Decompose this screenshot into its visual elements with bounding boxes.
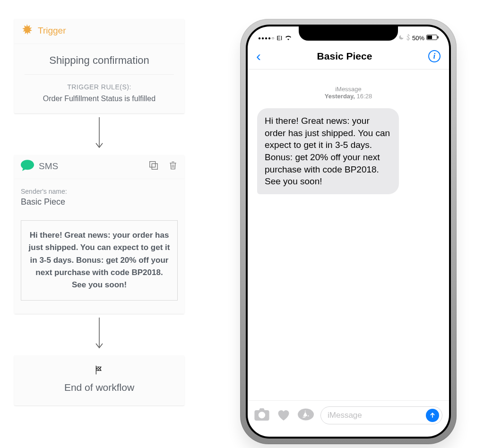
sms-card-body: Sender's name: Basic Piece Hi there! Gre… bbox=[14, 179, 184, 314]
conversation-area: iMessage Yesterday, 16:28 Hi there! Grea… bbox=[248, 69, 449, 400]
trigger-card[interactable]: Trigger Shipping confirmation TRIGGER RU… bbox=[14, 19, 184, 113]
phone-notch bbox=[299, 26, 398, 41]
sms-sender-label: Sender's name: bbox=[21, 188, 178, 195]
trigger-title-text: Shipping confirmation bbox=[14, 44, 184, 74]
arrow-down-icon bbox=[95, 117, 104, 151]
trigger-card-body: Shipping confirmation TRIGGER RULE(S): O… bbox=[14, 44, 184, 113]
trigger-rules-heading: TRIGGER RULE(S): bbox=[14, 83, 184, 91]
thread-service: iMessage bbox=[335, 86, 362, 93]
svg-rect-8 bbox=[99, 369, 100, 370]
end-label: End of workflow bbox=[14, 382, 184, 393]
trigger-rule-text: Order Fulfillment Status is fulfilled bbox=[14, 95, 184, 113]
phone-screen: ●●●●○ EI 15:26 50% bbox=[248, 26, 449, 437]
sms-header-label: SMS bbox=[39, 161, 148, 172]
duplicate-icon[interactable] bbox=[148, 160, 159, 172]
divider bbox=[25, 74, 174, 75]
end-card: End of workflow bbox=[14, 355, 184, 405]
incoming-message-bubble[interactable]: Hi there! Great news: your order has jus… bbox=[257, 108, 399, 194]
svg-rect-4 bbox=[97, 367, 98, 368]
sms-card-header: SMS bbox=[14, 155, 184, 179]
phone-preview-column: ●●●●○ EI 15:26 50% bbox=[227, 19, 470, 444]
sms-sender-name: Basic Piece bbox=[21, 197, 178, 207]
digital-touch-icon[interactable] bbox=[276, 408, 291, 423]
bluetooth-icon bbox=[406, 34, 410, 42]
sms-message-preview[interactable]: Hi there! Great news: your order has jus… bbox=[21, 220, 178, 301]
svg-rect-5 bbox=[99, 367, 100, 368]
sms-bubble-icon bbox=[21, 160, 34, 173]
message-input[interactable]: iMessage bbox=[320, 406, 442, 424]
info-button[interactable]: i bbox=[428, 50, 441, 62]
svg-rect-2 bbox=[150, 162, 156, 167]
carrier-label: EI bbox=[277, 34, 282, 42]
battery-pct: 50% bbox=[412, 34, 424, 42]
appstore-icon[interactable] bbox=[298, 408, 314, 422]
trigger-header-label: Trigger bbox=[38, 26, 66, 36]
conversation-nav-bar: ‹ Basic Piece i bbox=[248, 46, 449, 69]
workflow-column: Trigger Shipping confirmation TRIGGER RU… bbox=[14, 19, 184, 405]
sms-card[interactable]: SMS Sender's name: Basic Piece Hi there!… bbox=[14, 155, 184, 314]
thread-time: 16:28 bbox=[357, 93, 372, 100]
send-button[interactable] bbox=[426, 409, 439, 422]
arrow-down-icon bbox=[95, 318, 104, 352]
svg-rect-7 bbox=[97, 369, 98, 370]
trigger-card-header: Trigger bbox=[14, 19, 184, 44]
contact-name[interactable]: Basic Piece bbox=[317, 51, 372, 62]
signal-dots: ●●●●○ bbox=[258, 35, 275, 41]
burst-icon bbox=[21, 24, 33, 38]
phone-frame: ●●●●○ EI 15:26 50% bbox=[240, 19, 457, 444]
back-button[interactable]: ‹ bbox=[256, 52, 261, 61]
svg-rect-10 bbox=[427, 35, 432, 39]
thread-timestamp: iMessage Yesterday, 16:28 bbox=[248, 86, 449, 100]
flag-icon bbox=[94, 369, 104, 377]
svg-rect-6 bbox=[98, 368, 99, 369]
thread-day: Yesterday, bbox=[325, 93, 355, 100]
svg-rect-11 bbox=[438, 36, 439, 38]
battery-icon bbox=[426, 34, 439, 42]
trash-icon[interactable] bbox=[168, 160, 178, 172]
wifi-icon bbox=[285, 34, 292, 42]
camera-icon[interactable] bbox=[254, 408, 269, 422]
do-not-disturb-icon bbox=[398, 34, 404, 42]
message-placeholder: iMessage bbox=[328, 411, 362, 420]
message-input-bar: iMessage bbox=[248, 400, 449, 437]
svg-rect-1 bbox=[152, 164, 157, 169]
